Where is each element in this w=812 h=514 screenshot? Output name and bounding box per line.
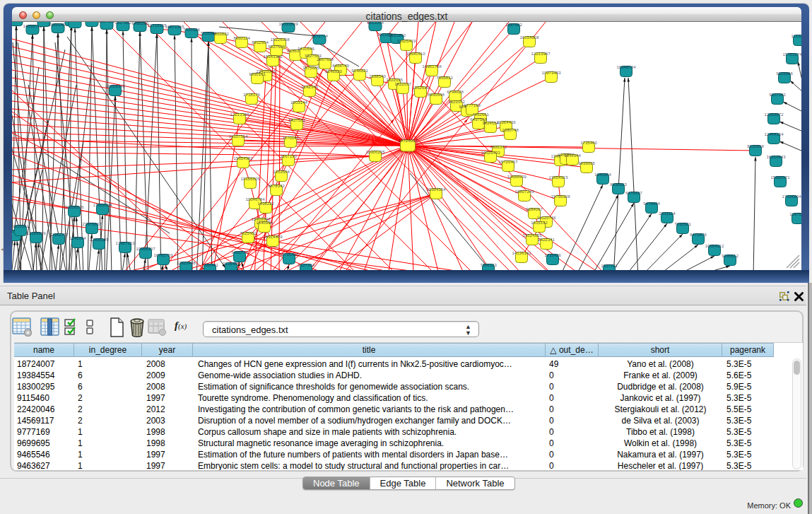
svg-text:1537721: 1537721 (601, 263, 618, 268)
svg-text:2687682: 2687682 (505, 22, 522, 27)
svg-text:12942757: 12942757 (49, 232, 69, 237)
svg-text:1921850: 1921850 (389, 33, 406, 37)
svg-text:2933114: 2933114 (659, 211, 676, 216)
svg-text:7886372: 7886372 (490, 144, 507, 149)
svg-text:7632621: 7632621 (674, 221, 691, 226)
svg-text:6466160: 6466160 (131, 22, 148, 25)
svg-text:10719155: 10719155 (147, 23, 167, 28)
svg-text:16033809: 16033809 (278, 22, 298, 26)
svg-text:7366123: 7366123 (480, 262, 497, 267)
svg-text:11325419: 11325419 (397, 38, 416, 43)
svg-text:9410546: 9410546 (298, 46, 314, 51)
svg-text:10973493: 10973493 (541, 70, 561, 75)
svg-text:9899695: 9899695 (578, 160, 595, 165)
svg-text:12213369: 12213369 (230, 112, 249, 117)
svg-text:7462661: 7462661 (472, 112, 489, 117)
svg-text:3822037: 3822037 (394, 81, 411, 86)
svg-text:1621072: 1621072 (448, 99, 465, 104)
svg-text:10654112: 10654112 (705, 243, 724, 248)
svg-text:6794028: 6794028 (447, 89, 464, 94)
svg-text:8990448: 8990448 (428, 92, 445, 97)
svg-text:16671355: 16671355 (165, 24, 184, 29)
svg-text:19756928: 19756928 (551, 194, 570, 199)
svg-text:2718176: 2718176 (243, 92, 260, 97)
svg-text:18300295: 18300295 (365, 149, 385, 154)
svg-text:3572774: 3572774 (311, 33, 328, 38)
svg-text:17016504: 17016504 (782, 194, 801, 199)
svg-text:7515526: 7515526 (183, 27, 200, 32)
svg-text:12444154: 12444154 (764, 132, 784, 136)
svg-text:16154808: 16154808 (519, 35, 539, 40)
svg-text:7366441: 7366441 (201, 262, 218, 267)
svg-text:1498222: 1498222 (257, 201, 274, 206)
svg-text:7625402: 7625402 (240, 230, 257, 235)
svg-text:15751074: 15751074 (782, 52, 801, 57)
svg-text:1353504: 1353504 (273, 169, 290, 174)
svg-text:1640954: 1640954 (594, 172, 611, 177)
svg-text:20053346: 20053346 (105, 83, 125, 88)
svg-text:15716485: 15716485 (279, 252, 299, 257)
svg-text:18807249: 18807249 (514, 189, 534, 194)
svg-text:1915061: 1915061 (12, 223, 29, 228)
svg-text:20206576: 20206576 (64, 204, 84, 209)
svg-text:2803144: 2803144 (290, 100, 307, 105)
svg-text:9084067: 9084067 (526, 206, 543, 211)
svg-text:1145194: 1145194 (69, 235, 86, 240)
svg-text:1540994: 1540994 (256, 220, 273, 225)
svg-text:3267130: 3267130 (280, 153, 297, 158)
svg-text:9329986: 9329986 (776, 71, 793, 76)
svg-text:9777169: 9777169 (464, 103, 481, 107)
svg-text:9146820: 9146820 (325, 69, 342, 74)
svg-text:13654923: 13654923 (548, 175, 568, 180)
svg-text:1113254: 1113254 (792, 33, 801, 38)
svg-text:19384554: 19384554 (426, 187, 446, 192)
svg-text:3170041: 3170041 (282, 135, 299, 140)
svg-text:23975867: 23975867 (82, 221, 102, 226)
svg-text:12923448: 12923448 (176, 260, 196, 265)
svg-text:12505185: 12505185 (89, 237, 109, 242)
svg-text:8471676: 8471676 (690, 232, 707, 237)
svg-text:16782759: 16782759 (153, 252, 173, 257)
svg-text:8813054: 8813054 (367, 22, 384, 25)
svg-text:8215958: 8215958 (747, 144, 764, 148)
svg-text:16961758: 16961758 (422, 64, 442, 69)
svg-text:8660124: 8660124 (233, 35, 250, 40)
svg-text:16914479: 16914479 (263, 234, 283, 239)
svg-text:1362615: 1362615 (412, 85, 429, 90)
svg-text:6479197: 6479197 (625, 190, 642, 195)
svg-text:19166825: 19166825 (240, 176, 260, 181)
svg-text:9465779: 9465779 (231, 250, 248, 255)
svg-text:15692971: 15692971 (770, 175, 790, 180)
svg-text:16648784: 16648784 (616, 64, 636, 69)
svg-text:1527602: 1527602 (114, 22, 131, 25)
svg-text:16543382: 16543382 (263, 54, 283, 59)
svg-text:9327508: 9327508 (268, 44, 285, 49)
svg-text:8938923: 8938923 (610, 182, 627, 187)
svg-text:10958107: 10958107 (136, 246, 155, 251)
svg-text:15640910: 15640910 (406, 51, 425, 56)
svg-text:18724007: 18724007 (398, 138, 418, 143)
svg-text:1615132: 1615132 (531, 220, 548, 225)
svg-text:10688639: 10688639 (507, 174, 526, 179)
svg-text:1344944: 1344944 (564, 153, 581, 158)
svg-text:19654982: 19654982 (233, 156, 253, 160)
svg-text:1733426: 1733426 (544, 252, 561, 257)
svg-text:12156819: 12156819 (26, 230, 46, 235)
svg-text:17359924: 17359924 (93, 202, 112, 207)
svg-text:8454749: 8454749 (332, 63, 349, 68)
svg-text:9242343: 9242343 (301, 84, 318, 89)
svg-text:9135461: 9135461 (223, 261, 240, 266)
svg-text:1527602: 1527602 (98, 22, 115, 23)
svg-text:7663822: 7663822 (212, 31, 229, 36)
svg-text:1080748: 1080748 (502, 127, 519, 132)
svg-text:15720407: 15720407 (498, 159, 518, 164)
svg-text:1167534: 1167534 (789, 211, 801, 216)
svg-text:20364436: 20364436 (496, 119, 516, 124)
svg-text:2522341: 2522341 (538, 237, 555, 242)
svg-text:16107554: 16107554 (228, 134, 248, 139)
svg-text:8912954: 8912954 (252, 40, 269, 45)
svg-text:7955812: 7955812 (436, 75, 453, 80)
svg-text:9890101: 9890101 (249, 71, 266, 76)
svg-text:9227342: 9227342 (769, 92, 786, 97)
svg-text:12213967: 12213967 (531, 51, 551, 56)
